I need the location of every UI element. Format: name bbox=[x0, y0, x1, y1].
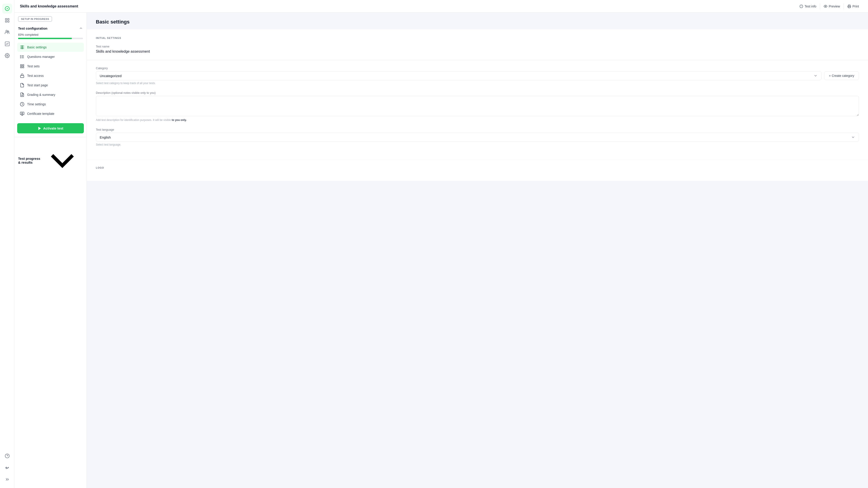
nav-grid[interactable] bbox=[2, 16, 12, 25]
page-title: Basic settings bbox=[96, 19, 859, 25]
svg-point-36 bbox=[20, 57, 21, 57]
description-label: Description (optional notes visible only… bbox=[96, 91, 859, 94]
basic-settings-card: INITIAL SETTINGS Test name Skills and kn… bbox=[87, 29, 868, 160]
nav-basic-settings-label: Basic settings bbox=[27, 45, 46, 49]
nav-certificate-template-label: Certificate template bbox=[27, 112, 55, 116]
svg-point-8 bbox=[6, 55, 8, 56]
logo-card: LOGO bbox=[87, 160, 868, 181]
svg-rect-46 bbox=[20, 112, 24, 115]
printer-icon bbox=[847, 4, 851, 8]
svg-rect-19 bbox=[848, 6, 850, 8]
test-progress-header[interactable]: Test progress & results bbox=[14, 137, 87, 184]
logo-label: LOGO bbox=[96, 166, 859, 169]
svg-rect-1 bbox=[5, 19, 6, 20]
nav-test-sets[interactable]: Test sets bbox=[17, 62, 84, 71]
test-name-label: Test name bbox=[96, 45, 859, 48]
sidebar: SETUP IN PROGRESS Test configuration 83%… bbox=[14, 13, 87, 488]
svg-rect-38 bbox=[21, 65, 22, 66]
description-hint: Add test description for identification … bbox=[96, 118, 859, 122]
category-chevron-down-icon bbox=[813, 74, 817, 78]
nav-settings[interactable] bbox=[2, 51, 12, 61]
page-header: Basic settings bbox=[87, 13, 868, 29]
play-icon bbox=[38, 127, 41, 130]
category-label: Category bbox=[96, 66, 859, 70]
nav-help[interactable] bbox=[2, 451, 12, 461]
nav-items: Basic settings Questions manager bbox=[14, 42, 87, 120]
chevron-down-icon bbox=[42, 140, 83, 181]
test-config-header[interactable]: Test configuration bbox=[14, 24, 87, 32]
create-category-label: + Create category bbox=[829, 74, 854, 78]
nav-back[interactable] bbox=[2, 463, 12, 472]
svg-rect-40 bbox=[21, 67, 22, 68]
setup-badge: SETUP IN PROGRESS bbox=[18, 16, 52, 22]
test-info-label: Test info bbox=[804, 4, 816, 8]
svg-point-20 bbox=[22, 45, 22, 46]
svg-point-5 bbox=[6, 30, 7, 32]
svg-rect-42 bbox=[21, 75, 24, 78]
print-label: Print bbox=[852, 4, 859, 8]
nav-test-access[interactable]: Test access bbox=[17, 71, 84, 80]
content-area: SETUP IN PROGRESS Test configuration 83%… bbox=[14, 13, 868, 488]
initial-settings-label: INITIAL SETTINGS bbox=[96, 37, 859, 39]
nav-basic-settings[interactable]: Basic settings bbox=[17, 43, 84, 52]
print-button[interactable]: Print bbox=[844, 3, 863, 9]
progress-label: 83% completed bbox=[18, 33, 83, 36]
nav-analytics[interactable] bbox=[2, 39, 12, 49]
test-name-group: Test name Skills and knowledge assessmen… bbox=[96, 45, 859, 54]
test-info-button[interactable]: Test info bbox=[796, 3, 820, 9]
nav-test-access-label: Test access bbox=[27, 74, 43, 78]
nav-grading-summary-label: Grading & summary bbox=[27, 93, 55, 96]
category-select-wrapper: Uncategorized + Create category bbox=[96, 71, 859, 80]
svg-point-22 bbox=[22, 48, 22, 49]
description-group: Description (optional notes visible only… bbox=[96, 91, 859, 122]
language-select[interactable]: English bbox=[96, 133, 859, 142]
nav-logo[interactable] bbox=[2, 4, 12, 13]
test-progress-title: Test progress & results bbox=[18, 157, 42, 164]
nav-test-start-page-label: Test start page bbox=[27, 83, 48, 87]
svg-rect-41 bbox=[23, 67, 24, 68]
language-label: Test language bbox=[96, 128, 859, 131]
grid-icon bbox=[20, 64, 24, 68]
language-chevron-down-icon bbox=[851, 135, 855, 139]
nav-certificate-template[interactable]: Certificate template bbox=[17, 109, 84, 118]
language-value: English bbox=[100, 135, 111, 139]
nav-grading-summary[interactable]: Grading & summary bbox=[17, 90, 84, 99]
category-hint: Select test category to keep track of al… bbox=[96, 82, 859, 85]
top-header: Skills and knowledge assessment Test inf… bbox=[14, 0, 868, 13]
svg-rect-3 bbox=[5, 21, 6, 22]
progress-area: 83% completed bbox=[14, 32, 87, 42]
preview-label: Preview bbox=[829, 4, 840, 8]
svg-rect-4 bbox=[7, 21, 9, 22]
category-value: Uncategorized bbox=[100, 74, 122, 78]
svg-point-18 bbox=[825, 6, 826, 7]
svg-point-47 bbox=[22, 113, 23, 114]
nav-time-settings[interactable]: Time settings bbox=[17, 100, 84, 109]
file-empty-icon bbox=[20, 83, 24, 88]
language-group: Test language English Select test langua… bbox=[96, 128, 859, 146]
activate-test-button[interactable]: Activate test bbox=[17, 123, 84, 133]
description-hint-pre: Add test description for identification … bbox=[96, 118, 172, 122]
nav-test-start-page[interactable]: Test start page bbox=[17, 81, 84, 90]
settings-sliders-icon bbox=[20, 45, 24, 50]
svg-point-6 bbox=[7, 31, 9, 32]
list-adjust-icon bbox=[20, 55, 24, 59]
nav-questions-manager[interactable]: Questions manager bbox=[17, 52, 84, 61]
nav-collapse[interactable] bbox=[2, 475, 12, 484]
description-hint-bold: to you only. bbox=[172, 118, 187, 122]
nav-users[interactable] bbox=[2, 27, 12, 37]
header-title: Skills and knowledge assessment bbox=[20, 4, 78, 8]
nav-questions-manager-label: Questions manager bbox=[27, 55, 55, 59]
description-textarea[interactable] bbox=[96, 96, 859, 116]
activate-btn-label: Activate test bbox=[43, 126, 63, 130]
language-hint: Select test language. bbox=[96, 143, 859, 146]
category-select[interactable]: Uncategorized bbox=[96, 71, 822, 80]
test-config-title: Test configuration bbox=[18, 26, 48, 30]
test-name-value: Skills and knowledge assessment bbox=[96, 50, 859, 54]
preview-button[interactable]: Preview bbox=[820, 3, 844, 9]
nav-test-sets-label: Test sets bbox=[27, 64, 39, 68]
eye-icon bbox=[824, 4, 827, 8]
svg-rect-2 bbox=[7, 19, 9, 20]
progress-bar-fill bbox=[18, 38, 72, 39]
create-category-button[interactable]: + Create category bbox=[824, 71, 859, 80]
category-group: Category Uncategorized + Create category bbox=[96, 66, 859, 85]
